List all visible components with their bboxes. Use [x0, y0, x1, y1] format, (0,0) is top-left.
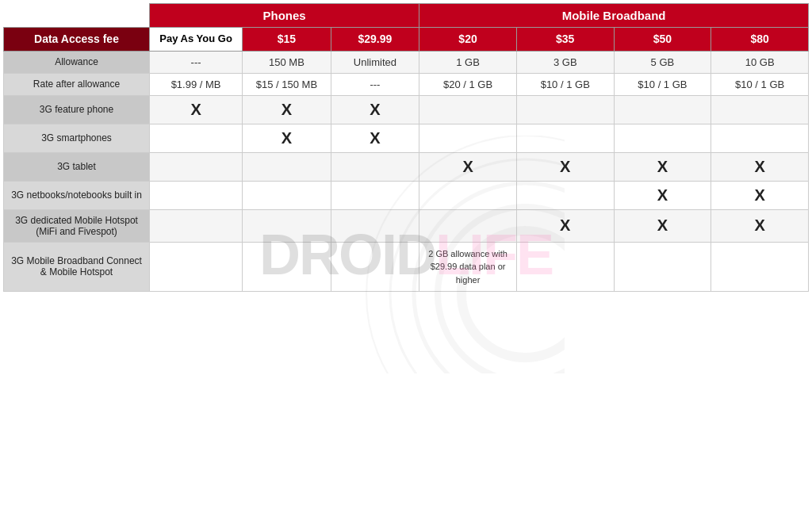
x-tab-20: X — [462, 158, 473, 175]
cell-tab-20: X — [419, 152, 517, 181]
corner-cell — [4, 4, 150, 28]
cell-rate-20: $20 / 1 GB — [419, 73, 517, 95]
x-tab-50: X — [657, 158, 668, 175]
cell-nb-80: X — [711, 181, 809, 209]
cell-fp-50 — [614, 95, 711, 124]
cell-mb-50 — [614, 242, 711, 291]
cell-mb-15 — [243, 242, 331, 291]
label-hotspot: 3G dedicated Mobile Hotspot (MiFi and Fi… — [4, 209, 150, 242]
main-container: DROID LIFE Phones Mobile Broadband D — [0, 0, 812, 509]
cell-sp-50 — [614, 124, 711, 152]
cell-tab-paygo — [150, 152, 243, 181]
x-fp-15: X — [282, 101, 292, 118]
cell-fp-35 — [516, 95, 614, 124]
phones-header: Phones — [150, 4, 419, 28]
row-allowance: Allowance --- 150 MB Unlimited 1 GB 3 GB… — [4, 51, 809, 73]
cell-sp-20 — [419, 124, 517, 152]
col-header-paygo: Pay As You Go — [150, 28, 243, 52]
mobile-broadband-header: Mobile Broadband — [419, 4, 809, 28]
cell-nb-15 — [243, 181, 331, 209]
row-feature-phone: 3G feature phone X X X — [4, 95, 809, 124]
cell-hs-20 — [419, 209, 517, 242]
col-header-2999: $29.99 — [331, 28, 419, 52]
label-smartphones: 3G smartphones — [4, 124, 150, 152]
cell-hs-50: X — [614, 209, 711, 242]
cell-tab-2999 — [331, 152, 419, 181]
pricing-table: Phones Mobile Broadband Data Access fee … — [3, 3, 809, 292]
cell-fp-2999: X — [331, 95, 419, 124]
cell-sp-35 — [516, 124, 614, 152]
x-hs-35: X — [560, 216, 570, 234]
row-netbooks: 3G netbooks/notebooks built in X X — [4, 181, 809, 209]
cell-rate-2999: --- — [331, 73, 419, 95]
cell-sp-15: X — [243, 124, 331, 152]
row-smartphones: 3G smartphones X X — [4, 124, 809, 152]
label-allowance: Allowance — [4, 51, 150, 73]
x-sp-2999: X — [370, 129, 380, 147]
cell-sp-80 — [711, 124, 809, 152]
cell-hs-35: X — [516, 209, 614, 242]
cell-tab-35: X — [516, 152, 614, 181]
cell-tab-15 — [243, 152, 331, 181]
cell-mb-paygo — [150, 242, 243, 291]
label-column-header: Data Access fee — [4, 28, 150, 52]
x-hs-80: X — [754, 216, 764, 234]
cell-fp-15: X — [243, 95, 331, 124]
header-row-prices: Data Access fee Pay As You Go $15 $29.99… — [4, 28, 809, 52]
cell-nb-2999 — [331, 181, 419, 209]
cell-sp-2999: X — [331, 124, 419, 152]
cell-allowance-20: 1 GB — [419, 51, 517, 73]
cell-tab-80: X — [711, 152, 809, 181]
x-fp-paygo: X — [190, 101, 201, 118]
cell-nb-paygo — [150, 181, 243, 209]
cell-nb-35 — [516, 181, 614, 209]
cell-rate-50: $10 / 1 GB — [614, 73, 711, 95]
cell-mb-2999 — [331, 242, 419, 291]
label-rate: Rate after allowance — [4, 73, 150, 95]
cell-mb-20: 2 GB allowance with $29.99 data plan or … — [419, 242, 517, 291]
x-hs-50: X — [657, 216, 668, 234]
cell-mb-80 — [711, 242, 809, 291]
cell-allowance-15: 150 MB — [243, 51, 331, 73]
cell-rate-paygo: $1.99 / MB — [150, 73, 243, 95]
cell-hs-15 — [243, 209, 331, 242]
note-mb-20: 2 GB allowance with $29.99 data plan or … — [428, 249, 508, 285]
x-sp-15: X — [282, 129, 292, 147]
x-nb-80: X — [754, 186, 764, 204]
col-header-80: $80 — [711, 28, 809, 52]
cell-rate-80: $10 / 1 GB — [711, 73, 809, 95]
row-tablet: 3G tablet X X X X — [4, 152, 809, 181]
label-mobile-broadband: 3G Mobile Broadband Connect & Mobile Hot… — [4, 242, 150, 291]
x-tab-35: X — [560, 158, 570, 175]
cell-tab-50: X — [614, 152, 711, 181]
label-feature-phone: 3G feature phone — [4, 95, 150, 124]
row-mobile-broadband: 3G Mobile Broadband Connect & Mobile Hot… — [4, 242, 809, 291]
cell-nb-20 — [419, 181, 517, 209]
row-hotspot: 3G dedicated Mobile Hotspot (MiFi and Fi… — [4, 209, 809, 242]
x-tab-80: X — [754, 158, 764, 175]
cell-mb-35 — [516, 242, 614, 291]
cell-fp-80 — [711, 95, 809, 124]
cell-rate-35: $10 / 1 GB — [516, 73, 614, 95]
x-nb-50: X — [657, 186, 668, 204]
cell-allowance-80: 10 GB — [711, 51, 809, 73]
cell-hs-2999 — [331, 209, 419, 242]
cell-allowance-2999: Unlimited — [331, 51, 419, 73]
cell-hs-paygo — [150, 209, 243, 242]
cell-rate-15: $15 / 150 MB — [243, 73, 331, 95]
cell-allowance-50: 5 GB — [614, 51, 711, 73]
cell-allowance-35: 3 GB — [516, 51, 614, 73]
cell-fp-20 — [419, 95, 517, 124]
x-fp-2999: X — [370, 101, 380, 118]
header-row-sections: Phones Mobile Broadband — [4, 4, 809, 28]
label-netbooks: 3G netbooks/notebooks built in — [4, 181, 150, 209]
col-header-50: $50 — [614, 28, 711, 52]
cell-fp-paygo: X — [150, 95, 243, 124]
col-header-20: $20 — [419, 28, 517, 52]
cell-allowance-paygo: --- — [150, 51, 243, 73]
row-rate: Rate after allowance $1.99 / MB $15 / 15… — [4, 73, 809, 95]
cell-sp-paygo — [150, 124, 243, 152]
cell-nb-50: X — [614, 181, 711, 209]
col-header-35: $35 — [516, 28, 614, 52]
label-tablet: 3G tablet — [4, 152, 150, 181]
